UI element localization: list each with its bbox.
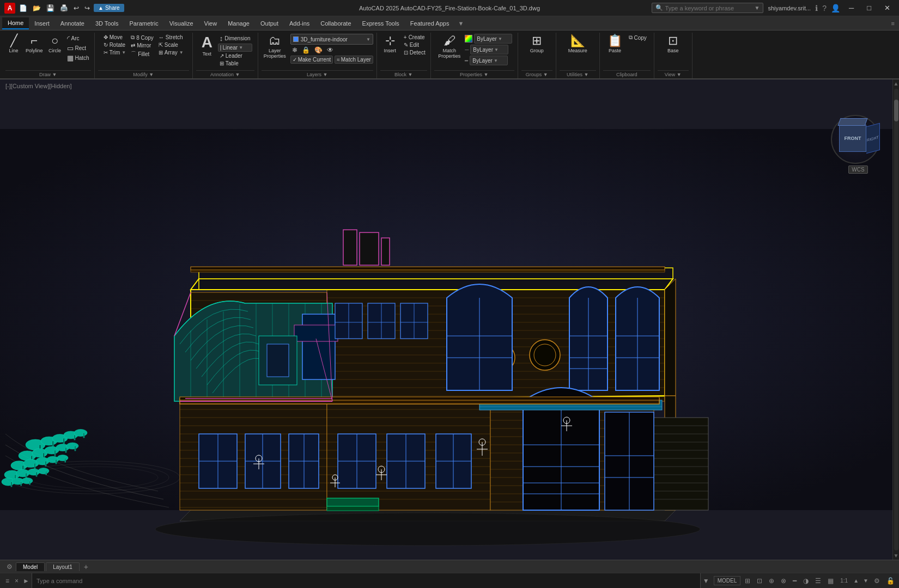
scroll-down-arrow[interactable]: ▼ bbox=[892, 552, 899, 560]
status-close-icon[interactable]: × bbox=[13, 576, 21, 586]
layer-freeze-btn[interactable]: ❄ bbox=[290, 46, 299, 54]
linear-dropdown[interactable]: | Linear ▼ bbox=[218, 44, 252, 52]
scale-up-icon[interactable]: ▲ bbox=[852, 577, 860, 585]
tab-home[interactable]: Home bbox=[2, 17, 29, 29]
ws-settings-icon[interactable]: ⚙ bbox=[872, 576, 882, 586]
groups-panel-label[interactable]: Groups ▼ bbox=[521, 70, 552, 78]
paste-button[interactable]: 📋 Paste bbox=[605, 34, 625, 54]
tab-insert[interactable]: Insert bbox=[29, 18, 55, 29]
copy-button[interactable]: ⧉ 8 Copy bbox=[129, 34, 155, 41]
qprop-icon[interactable]: ☰ bbox=[813, 576, 823, 586]
rectangle-button[interactable]: ▭ Rect bbox=[65, 44, 91, 53]
tab-parametric[interactable]: Parametric bbox=[124, 18, 164, 29]
layout-tab-gear-icon[interactable]: ⚙ bbox=[4, 562, 15, 572]
tab-3dtools[interactable]: 3D Tools bbox=[90, 18, 124, 29]
minimize-button[interactable]: ─ bbox=[845, 2, 858, 14]
view-panel-label[interactable]: View ▼ bbox=[658, 70, 689, 78]
leader-button[interactable]: ↗ Leader bbox=[218, 52, 252, 59]
share-button[interactable]: ▲ Share bbox=[94, 4, 124, 12]
redo-button[interactable]: ↪ bbox=[83, 4, 92, 13]
tab-express[interactable]: Express Tools bbox=[357, 18, 405, 29]
command-expand-icon[interactable]: ▼ bbox=[701, 576, 712, 586]
detect-button[interactable]: ⊡ Detect bbox=[402, 49, 427, 56]
edit-block-button[interactable]: ✎ Edit bbox=[402, 41, 427, 48]
tab-annotate[interactable]: Annotate bbox=[55, 18, 90, 29]
hatch-button[interactable]: ▦ Hatch bbox=[65, 53, 91, 63]
tab-output[interactable]: Output bbox=[255, 18, 284, 29]
polyline-button[interactable]: ⌐ Polyline bbox=[24, 34, 45, 54]
polar-icon[interactable]: ⊕ bbox=[767, 576, 776, 586]
circle-button[interactable]: ○ Circle bbox=[47, 34, 63, 54]
cube-front-face[interactable]: FRONT bbox=[839, 125, 866, 152]
status-play-icon[interactable]: ► bbox=[21, 576, 32, 586]
command-input[interactable] bbox=[32, 573, 701, 588]
user-info[interactable]: shiyamdev.srit... bbox=[768, 5, 811, 11]
search-bar[interactable]: 🔍 ▼ bbox=[652, 3, 764, 13]
tab-view[interactable]: View bbox=[199, 18, 223, 29]
annotation-scale[interactable]: 1:1 bbox=[838, 577, 850, 585]
transparency-icon[interactable]: ◑ bbox=[801, 576, 811, 586]
account-icon[interactable]: 👤 bbox=[831, 4, 840, 13]
cube-right-face[interactable]: RIGHT bbox=[866, 123, 880, 154]
right-scrollbar[interactable]: ▲ ▼ bbox=[892, 79, 899, 560]
base-button[interactable]: ⊡ Base bbox=[663, 34, 683, 54]
viewport[interactable]: [-][Custom View][Hidden] bbox=[0, 79, 899, 560]
scale-down-icon[interactable]: ▼ bbox=[862, 577, 870, 585]
lineweight-dropdown[interactable]: ByLayer ▼ bbox=[470, 56, 508, 65]
line-button[interactable]: ╱ Line bbox=[5, 34, 22, 54]
stretch-button[interactable]: ↔ Stretch bbox=[157, 34, 185, 41]
modify-panel-label[interactable]: Modify ▼ bbox=[98, 70, 189, 78]
create-block-button[interactable]: + Create bbox=[402, 34, 427, 41]
layout-tab-add[interactable]: + bbox=[81, 562, 92, 572]
layout-tab-layout1[interactable]: Layout1 bbox=[46, 562, 80, 571]
copy-clip-button[interactable]: ⧉ Copy bbox=[627, 34, 648, 41]
search-dropdown-icon[interactable]: ▼ bbox=[755, 5, 760, 11]
maximize-button[interactable]: □ bbox=[862, 2, 876, 14]
osnap-icon[interactable]: ⊗ bbox=[779, 576, 788, 586]
save-button[interactable]: 💾 bbox=[45, 4, 56, 13]
layout-tab-model[interactable]: Model bbox=[16, 562, 45, 571]
viewport-label[interactable]: [-][Custom View][Hidden] bbox=[5, 83, 71, 89]
layer-lock-btn[interactable]: 🔒 bbox=[300, 46, 312, 54]
scroll-thumb[interactable] bbox=[894, 100, 898, 121]
fillet-button[interactable]: ⌒ Fillet bbox=[129, 50, 155, 58]
linetype-dropdown[interactable]: ByLayer ▼ bbox=[470, 45, 508, 54]
grid-icon[interactable]: ⊞ bbox=[743, 576, 752, 586]
match-layer-button[interactable]: ≈ Match Layer bbox=[335, 56, 373, 64]
open-button[interactable]: 📂 bbox=[31, 4, 42, 13]
app-icon[interactable]: A bbox=[4, 3, 15, 14]
match-properties-button[interactable]: 🖌 MatchProperties bbox=[436, 34, 463, 60]
group-button[interactable]: ⊞ Group bbox=[527, 34, 546, 54]
layer-dropdown[interactable]: 3D_furniture-indoor ▼ bbox=[290, 34, 373, 45]
insert-button[interactable]: ⊹ Insert bbox=[380, 34, 400, 54]
table-button[interactable]: ⊞ Table bbox=[218, 60, 252, 67]
mirror-button[interactable]: ⇄ Mirror bbox=[129, 42, 155, 49]
scale-button[interactable]: ⇱ Scale bbox=[157, 41, 185, 48]
print-button[interactable]: 🖨️ bbox=[58, 4, 70, 13]
tab-manage[interactable]: Manage bbox=[222, 18, 255, 29]
layers-panel-label[interactable]: Layers ▼ bbox=[262, 70, 373, 78]
tab-collaborate[interactable]: Collaborate bbox=[315, 18, 356, 29]
drawing-lock-icon[interactable]: 🔓 bbox=[884, 576, 897, 586]
utilities-panel-label[interactable]: Utilities ▼ bbox=[560, 70, 596, 78]
layer-vis-btn[interactable]: 👁 bbox=[325, 46, 335, 54]
close-button[interactable]: ✕ bbox=[880, 2, 895, 14]
layer-properties-button[interactable]: 🗂 LayerProperties bbox=[262, 34, 288, 60]
measure-button[interactable]: 📐 Measure bbox=[566, 34, 590, 54]
selection-icon[interactable]: ▦ bbox=[825, 576, 836, 586]
cube-top-face[interactable] bbox=[837, 118, 867, 126]
text-button[interactable]: A Text bbox=[198, 34, 216, 58]
dimension-button[interactable]: ↕ Dimension bbox=[218, 34, 252, 43]
clipboard-panel-label[interactable]: Clipboard bbox=[603, 70, 651, 78]
make-current-button[interactable]: ✓ Make Current bbox=[290, 56, 333, 64]
move-button[interactable]: ✥ Move bbox=[102, 34, 128, 41]
help-icon[interactable]: ? bbox=[822, 4, 827, 13]
tab-more[interactable]: ▼ bbox=[454, 18, 467, 29]
color-swatch[interactable] bbox=[465, 35, 472, 42]
draw-panel-label[interactable]: Draw ▼ bbox=[5, 70, 91, 78]
search-input[interactable] bbox=[665, 5, 752, 11]
array-button[interactable]: ⊞ Array ▼ bbox=[157, 49, 185, 56]
scroll-up-arrow[interactable]: ▲ bbox=[892, 79, 899, 88]
wcs-button[interactable]: WCS bbox=[848, 166, 867, 174]
layer-color-btn[interactable]: 🎨 bbox=[313, 46, 324, 54]
